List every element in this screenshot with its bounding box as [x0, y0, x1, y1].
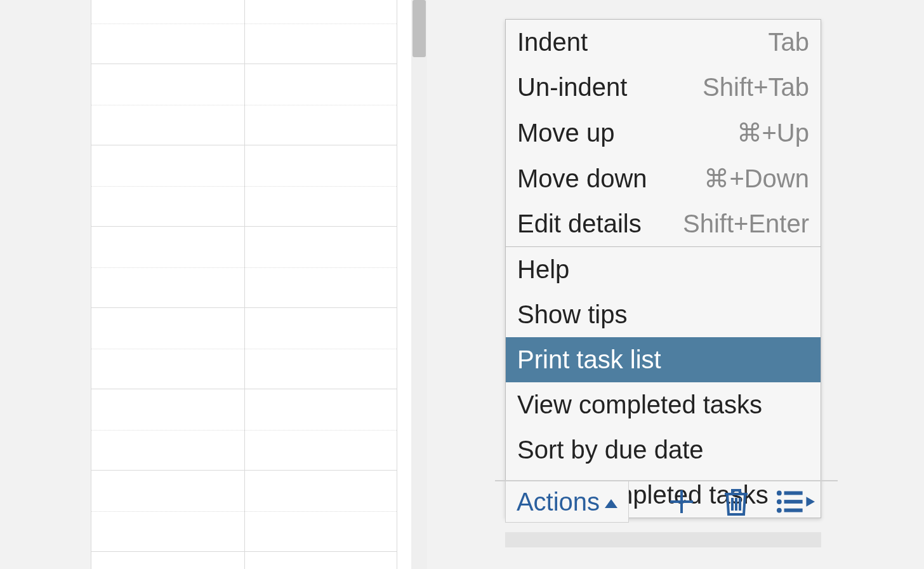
menu-item-move-up[interactable]: Move up ⌘+Up [506, 110, 821, 156]
grid-left-gutter [0, 0, 91, 569]
trash-icon[interactable] [721, 486, 751, 517]
menu-item-label: Un-indent [517, 73, 627, 102]
calendar-grid [0, 0, 425, 569]
menu-item-indent[interactable]: Indent Tab [506, 20, 821, 65]
menu-item-print-task-list[interactable]: Print task list [506, 337, 821, 382]
tasks-bottom-scrollbar[interactable] [505, 532, 821, 547]
menu-item-shortcut: Shift+Tab [703, 73, 809, 102]
grid-row[interactable] [91, 145, 397, 227]
grid-row[interactable] [91, 0, 397, 64]
menu-item-label: Indent [517, 28, 588, 57]
menu-item-label: Show tips [517, 300, 627, 329]
actions-menu: Indent Tab Un-indent Shift+Tab Move up ⌘… [505, 19, 821, 518]
grid-row[interactable] [91, 227, 397, 308]
scrollbar-track[interactable] [411, 0, 427, 569]
menu-item-shortcut: ⌘+Up [737, 118, 810, 147]
menu-item-label: Sort by due date [517, 436, 704, 464]
svg-point-2 [777, 508, 782, 513]
svg-rect-4 [784, 500, 803, 504]
menu-item-edit-details[interactable]: Edit details Shift+Enter [506, 201, 821, 246]
svg-rect-5 [784, 509, 803, 512]
svg-rect-3 [784, 492, 803, 495]
menu-item-label: Move down [517, 164, 647, 193]
svg-point-1 [777, 499, 782, 504]
svg-point-0 [777, 491, 782, 496]
menu-item-view-completed[interactable]: View completed tasks [506, 382, 821, 427]
grid-row[interactable] [91, 308, 397, 389]
menu-item-move-down[interactable]: Move down ⌘+Down [506, 156, 821, 201]
menu-item-shortcut: Shift+Enter [683, 210, 809, 238]
scrollbar-thumb[interactable] [412, 0, 426, 57]
menu-item-label: Move up [517, 119, 614, 147]
menu-item-show-tips[interactable]: Show tips [506, 292, 821, 337]
list-menu-icon[interactable] [776, 486, 815, 517]
menu-item-sort-due-date[interactable]: Sort by due date [506, 427, 821, 472]
menu-item-unindent[interactable]: Un-indent Shift+Tab [506, 65, 821, 110]
plus-icon[interactable] [666, 486, 697, 517]
grid-row[interactable] [91, 389, 397, 471]
grid-row[interactable] [91, 64, 397, 145]
actions-button-label: Actions [517, 488, 600, 516]
menu-item-label: View completed tasks [517, 391, 762, 419]
menu-item-shortcut: ⌘+Down [704, 164, 809, 193]
toolbar-icons [666, 486, 815, 517]
menu-item-label: Edit details [517, 210, 642, 238]
menu-item-shortcut: Tab [769, 28, 810, 57]
triangle-up-icon [605, 499, 617, 508]
menu-item-help[interactable]: Help [506, 247, 821, 292]
menu-item-label: Help [517, 255, 569, 284]
menu-item-label: Print task list [517, 345, 661, 374]
grid-row[interactable] [91, 471, 397, 552]
actions-button[interactable]: Actions [505, 481, 629, 523]
